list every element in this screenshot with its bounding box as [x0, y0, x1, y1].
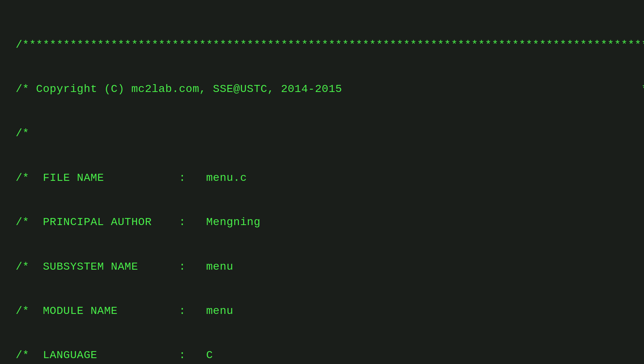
code-line-language: /* LANGUAGE : C */ [16, 348, 628, 363]
code-editor: /***************************************… [16, 8, 628, 364]
code-line-subsystem-name: /* SUBSYSTEM NAME : menu */ [16, 259, 628, 274]
code-line-module-name: /* MODULE NAME : menu */ [16, 304, 628, 319]
code-line-1: /***************************************… [16, 38, 628, 52]
code-line-file-name: /* FILE NAME : menu.c */ [16, 171, 628, 186]
code-line-principal-author: /* PRINCIPAL AUTHOR : Mengning */ [16, 215, 628, 230]
code-line-3: /* */ [16, 126, 628, 141]
code-line-2: /* Copyright (C) mc2lab.com, SSE@USTC, 2… [16, 82, 628, 97]
